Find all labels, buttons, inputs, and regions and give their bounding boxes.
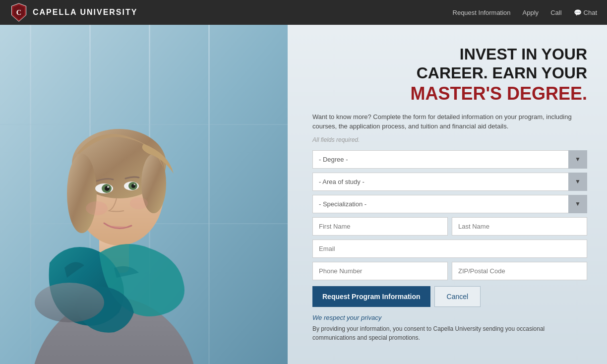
headline-line1: INVEST IN YOUR bbox=[312, 45, 587, 63]
main-content: INVEST IN YOUR CAREER. EARN YOUR MASTER'… bbox=[0, 25, 607, 364]
form-area: - Degree - ▼ - Area of study - ▼ - Speci… bbox=[312, 150, 587, 342]
headline-line3: MASTER'S DEGREE. bbox=[312, 83, 587, 104]
name-row bbox=[312, 217, 587, 236]
call-link[interactable]: Call bbox=[550, 9, 561, 16]
headline-line2: CAREER. EARN YOUR bbox=[312, 63, 587, 82]
specialization-select-wrapper: - Specialization - ▼ bbox=[312, 195, 587, 213]
request-info-link[interactable]: Request Information bbox=[453, 9, 511, 16]
svg-point-14 bbox=[67, 154, 97, 233]
svg-point-24 bbox=[134, 184, 135, 185]
request-program-button[interactable]: Request Program Information bbox=[312, 286, 430, 307]
chat-bubble-icon: 💬 bbox=[574, 9, 582, 16]
area-select-wrapper: - Area of study - ▼ bbox=[312, 173, 587, 191]
navbar: C Capella University Request Information… bbox=[0, 0, 607, 25]
svg-text:C: C bbox=[16, 8, 22, 16]
svg-rect-8 bbox=[0, 124, 288, 125]
svg-rect-7 bbox=[208, 25, 210, 364]
specialization-select[interactable]: - Specialization - bbox=[312, 195, 587, 213]
btn-row: Request Program Information Cancel bbox=[312, 286, 587, 307]
cancel-button[interactable]: Cancel bbox=[434, 286, 481, 307]
last-name-input[interactable] bbox=[452, 217, 587, 236]
email-input[interactable] bbox=[312, 240, 587, 258]
headline: INVEST IN YOUR CAREER. EARN YOUR MASTER'… bbox=[312, 45, 587, 104]
nav-logo-text: Capella University bbox=[33, 8, 137, 17]
apply-link[interactable]: Apply bbox=[523, 9, 539, 16]
email-row bbox=[312, 240, 587, 258]
nav-logo: C Capella University bbox=[10, 2, 137, 22]
right-panel: INVEST IN YOUR CAREER. EARN YOUR MASTER'… bbox=[288, 25, 607, 364]
degree-select[interactable]: - Degree - bbox=[312, 150, 587, 169]
privacy-text: By providing your information, you conse… bbox=[312, 324, 587, 342]
svg-point-26 bbox=[130, 197, 148, 209]
svg-point-16 bbox=[35, 283, 104, 322]
area-select[interactable]: - Area of study - bbox=[312, 173, 587, 191]
svg-point-23 bbox=[107, 186, 109, 188]
phone-input[interactable] bbox=[312, 262, 448, 280]
svg-rect-4 bbox=[30, 25, 31, 364]
phone-zip-row bbox=[312, 262, 587, 280]
chat-link[interactable]: 💬 Chat bbox=[574, 9, 597, 16]
required-note: All fields required. bbox=[312, 136, 587, 143]
shield-icon: C bbox=[10, 2, 28, 22]
hero-image bbox=[0, 25, 288, 364]
first-name-input[interactable] bbox=[312, 217, 448, 236]
svg-point-25 bbox=[86, 201, 108, 215]
subtext: Want to know more? Complete the form for… bbox=[312, 112, 587, 131]
hero-svg bbox=[0, 25, 288, 364]
privacy-italic: We respect your privacy bbox=[312, 314, 587, 321]
degree-select-wrapper: - Degree - ▼ bbox=[312, 150, 587, 169]
zip-input[interactable] bbox=[452, 262, 587, 280]
nav-right: Request Information Apply Call 💬 Chat bbox=[453, 9, 597, 16]
